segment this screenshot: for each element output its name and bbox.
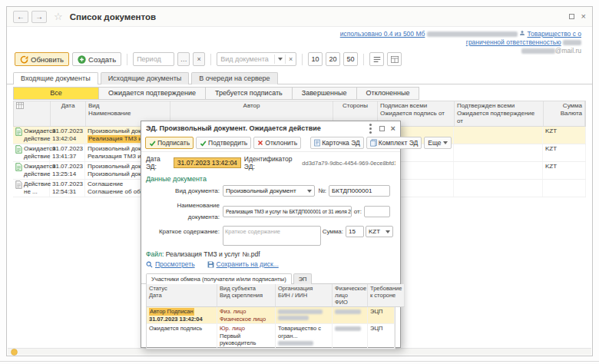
save-to-disk-link[interactable]: Сохранить на диск...: [207, 260, 279, 268]
cell-status: Автор Подписан 31.07.2023 13:42:04: [147, 307, 217, 323]
organization-link-line2[interactable]: граниченной ответственностью: [466, 38, 561, 46]
close-icon[interactable]: ×: [581, 12, 586, 21]
more-icon[interactable]: [369, 127, 372, 130]
bundle-button[interactable]: Комплект ЭД: [366, 137, 422, 149]
redacted-text: [427, 31, 518, 37]
favorite-star-icon[interactable]: ☆: [54, 12, 63, 22]
period-input[interactable]: [133, 52, 174, 66]
cell-subject: Физ. лицо Физическое лицо: [217, 307, 276, 323]
redacted-text: [335, 326, 361, 331]
from-date-field[interactable]: [364, 206, 390, 217]
name-field[interactable]: Реализация ТМЗ и услуг № БКТДП000001 от …: [223, 206, 352, 217]
maximize-icon[interactable]: [379, 126, 385, 131]
organization-link[interactable]: Товарищество с о: [528, 30, 582, 38]
doctype-dropdown-button[interactable]: [275, 53, 285, 65]
field-row-kind: Вид документа: Произвольный документ №: …: [141, 184, 400, 198]
document-icon: [15, 127, 22, 136]
redacted-text: [278, 341, 313, 346]
page-size-10-button[interactable]: 10: [308, 52, 323, 66]
cell-status: Действиене ...: [13, 180, 50, 197]
date-field[interactable]: 31.07.2023 13:42:04: [174, 157, 241, 168]
tab-exchange-participants[interactable]: Участники обмена (получатели и/или подпи…: [146, 273, 292, 284]
header-subject[interactable]: Вид субъектаВид скрепления: [217, 284, 276, 307]
tab-incoming-documents[interactable]: Входящие документы: [13, 72, 98, 84]
window-bottom-edge: [0, 361, 599, 362]
participants-header: СтатусДата Вид субъектаВид скрепления Ор…: [147, 284, 395, 307]
filter-to-sign[interactable]: Требуется подписать: [205, 87, 293, 100]
redacted-text: [521, 48, 555, 54]
document-icon: [15, 163, 22, 171]
cell-confirmed: [454, 180, 543, 197]
tab-bar: Входящие документы Исходящие документы В…: [7, 71, 592, 84]
participant-row[interactable]: Автор Подписан 31.07.2023 13:42:04 Физ. …: [147, 307, 395, 324]
filter-bar: Все Ожидается подтверждение Требуется по…: [13, 87, 419, 100]
check-icon: [200, 140, 207, 147]
header-status[interactable]: [14, 101, 51, 126]
storage-usage-link[interactable]: использовано 0.4 из 500 Мб: [340, 30, 425, 38]
header-date[interactable]: Дата: [51, 101, 86, 126]
doctype-input[interactable]: [217, 55, 274, 63]
filter-completed[interactable]: Завершенные: [292, 87, 357, 100]
notification-icon[interactable]: [11, 349, 18, 356]
header-person[interactable]: Физическое лицоФИО: [333, 284, 368, 307]
summary-label: Краткое содержание:: [146, 226, 223, 237]
summary-textarea[interactable]: [223, 226, 321, 246]
page-size-20-button[interactable]: 20: [326, 52, 340, 66]
dialog-close-icon[interactable]: ×: [391, 124, 395, 133]
confirm-button[interactable]: Подтвердить: [196, 137, 251, 149]
number-label: №:: [315, 187, 329, 194]
kind-label: Вид документа:: [146, 185, 223, 197]
more-button[interactable]: Еще: [424, 137, 451, 149]
cell-status: Ожидаетсядействие: [13, 144, 50, 161]
tab-signatures[interactable]: ЭП: [293, 273, 313, 284]
cell-sum: KZT: [543, 127, 586, 144]
window-controls: ×: [569, 12, 586, 21]
x-mark-icon: [257, 140, 263, 146]
tab-outgoing-documents[interactable]: Исходящие документы: [101, 72, 190, 84]
doctype-clear-button[interactable]: ×: [286, 53, 296, 65]
participant-row[interactable]: Ожидается подпись Юр. лицо Первый руково…: [147, 324, 395, 349]
preview-icon: [146, 261, 153, 268]
period-picker-button[interactable]: …: [177, 52, 190, 66]
header-sum[interactable]: СуммаВалюта: [544, 101, 585, 126]
number-field[interactable]: БКТДП000001: [329, 185, 390, 197]
cell-sum: [543, 180, 586, 197]
period-clear-button[interactable]: ×: [193, 52, 205, 66]
kind-select[interactable]: Произвольный документ: [223, 185, 315, 197]
forward-button[interactable]: →: [31, 11, 47, 23]
list-settings-icon: [373, 56, 381, 63]
cell-person: [333, 307, 368, 323]
header-status[interactable]: СтатусДата: [147, 284, 217, 307]
chevron-down-icon: [386, 230, 390, 233]
cell-status: Ожидается подпись: [147, 324, 217, 348]
cell-confirmed: [454, 127, 543, 144]
card-button[interactable]: Карточка ЭД: [310, 137, 364, 149]
header-confirmed[interactable]: Подтвержден всемиОжидается подтверждение…: [455, 101, 544, 126]
amount-field[interactable]: 15: [346, 226, 364, 237]
pin-icon[interactable]: [569, 14, 574, 19]
check-icon: [149, 140, 156, 147]
dialog-date-row: Дата ЭД: 31.07.2023 13:42:04 Идентификат…: [141, 152, 400, 172]
preview-link[interactable]: Просмотреть: [146, 260, 195, 268]
decline-button[interactable]: Отклонить: [253, 137, 301, 149]
create-button[interactable]: Создать: [72, 52, 121, 66]
cell-status: Ожидаетсядействие: [13, 162, 50, 179]
filter-declined[interactable]: Отклоненные: [356, 87, 420, 100]
cell-confirmed: [454, 162, 543, 179]
title-bar: ← → ☆ Список документов ×: [7, 7, 592, 27]
header-organization[interactable]: ОрганизацияБИН / ИИН: [276, 284, 333, 307]
sign-button[interactable]: Подписать: [145, 137, 194, 149]
file-links: Просмотреть Сохранить на диск...: [141, 259, 400, 271]
cell-sum: KZT: [543, 162, 586, 179]
header-requirement[interactable]: Требование к стороне: [368, 284, 405, 307]
tab-server-queue[interactable]: В очереди на сервере: [191, 72, 277, 84]
id-value: dd3d7a79-9dbc-4454-969-0ece8bfd1dfd: [302, 160, 395, 167]
back-button[interactable]: ←: [13, 11, 28, 23]
cell-organization: Товарищество с огран...: [276, 324, 333, 348]
filter-awaiting-confirmation[interactable]: Ожидается подтверждение: [98, 87, 206, 100]
separator: [302, 54, 303, 65]
filter-all[interactable]: Все: [13, 87, 99, 100]
refresh-button[interactable]: Обновить: [15, 52, 69, 66]
cell-subject: Юр. лицо Первый руководитель: [217, 324, 276, 348]
currency-select[interactable]: KZT: [366, 226, 393, 237]
